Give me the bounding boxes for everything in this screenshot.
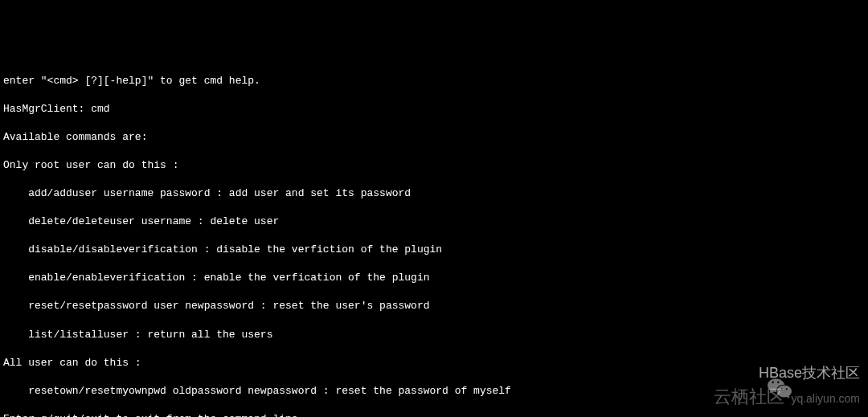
terminal-line: enter "<cmd> [?][-help]" to get cmd help…	[3, 74, 865, 88]
watermark-overlay: HBase技术社区 云栖社区 yq.aliyun.com	[714, 362, 860, 409]
yunqi-url: yq.aliyun.com	[791, 391, 860, 407]
terminal-line: Only root user can do this :	[3, 158, 865, 173]
terminal-line: enable/enableverification : enable the v…	[3, 271, 865, 285]
terminal-line: add/adduser username password : add user…	[3, 186, 865, 201]
terminal-line: HasMgrClient: cmd	[3, 102, 865, 117]
terminal-line: list/listalluser : return all the users	[3, 328, 865, 342]
terminal-line: disable/disableverification : disable th…	[3, 243, 865, 257]
watermark-hbase: HBase技术社区	[730, 362, 860, 383]
terminal-line: delete/deleteuser username : delete user	[3, 215, 865, 229]
terminal-line: Available commands are:	[3, 130, 865, 145]
terminal-line: reset/resetpassword user newpassword : r…	[3, 299, 865, 313]
wechat-icon	[730, 362, 754, 383]
